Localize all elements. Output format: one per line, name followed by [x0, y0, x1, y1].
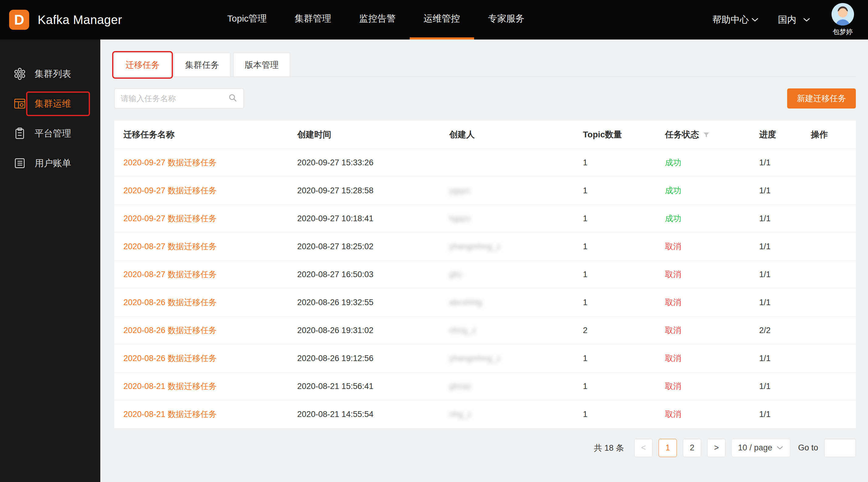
- table-row: 2020-08-26 数据迁移任务 2020-08-26 19:12:56 yh…: [114, 344, 856, 372]
- cell-created: 2020-08-21 14:55:54: [293, 400, 445, 428]
- goto-page-input[interactable]: [824, 439, 856, 457]
- create-migration-task-button[interactable]: 新建迁移任务: [787, 89, 856, 108]
- sidebar-item-label: 用户账单: [34, 156, 72, 171]
- cell-status: 取消: [661, 372, 755, 400]
- tab-label: 迁移任务: [126, 59, 160, 71]
- cell-topics: 1: [579, 149, 661, 176]
- top-nav: Topic管理 集群管理 监控告警 运维管控 专家服务: [213, 0, 538, 39]
- table-row: 2020-08-26 数据迁移任务 2020-08-26 19:31:02 nh…: [114, 316, 856, 344]
- chevron-down-icon: [751, 18, 758, 22]
- cell-creator-redacted: ghnaz: [449, 382, 472, 391]
- task-name-link[interactable]: 2020-08-26 数据迁移任务: [123, 326, 217, 335]
- cell-status: 取消: [661, 400, 755, 428]
- col-operations: 操作: [807, 121, 856, 149]
- kafka-manager-screen: D Kafka Manager Topic管理 集群管理 监控告警 运维管控 专…: [0, 0, 868, 482]
- nav-cluster-manage[interactable]: 集群管理: [281, 0, 345, 39]
- prev-page-button[interactable]: <: [634, 439, 653, 457]
- tab-label: 版本管理: [245, 59, 279, 71]
- col-task-name: 迁移任务名称: [114, 121, 293, 149]
- cell-topics: 1: [579, 400, 661, 428]
- cell-topics: 1: [579, 288, 661, 316]
- page-button-1[interactable]: 1: [659, 439, 677, 457]
- cell-status: 取消: [661, 288, 755, 316]
- tab-migration-tasks[interactable]: 迁移任务: [114, 53, 171, 76]
- task-name-link[interactable]: 2020-08-26 数据迁移任务: [123, 298, 217, 307]
- help-center-label: 帮助中心: [712, 14, 749, 26]
- sidebar-item-platform-manage[interactable]: 平台管理: [0, 119, 100, 148]
- avatar[interactable]: [832, 3, 854, 26]
- page-button-2[interactable]: 2: [683, 439, 701, 457]
- cell-creator-redacted: nhng_z: [449, 326, 476, 335]
- search-icon[interactable]: [228, 93, 237, 104]
- sidebar: 集群列表 集群运维: [0, 39, 100, 482]
- cell-topics: 1: [579, 204, 661, 232]
- table-row: 2020-08-27 数据迁移任务 2020-08-27 16:50:03 gh…: [114, 260, 856, 288]
- sidebar-item-label: 集群运维: [34, 96, 72, 111]
- table-row: 2020-09-27 数据迁移任务 2020-09-27 15:33:26 1 …: [114, 149, 856, 176]
- nav-monitor-alert[interactable]: 监控告警: [345, 0, 410, 39]
- help-center-menu[interactable]: 帮助中心: [712, 14, 758, 26]
- region-menu[interactable]: 国内: [778, 14, 810, 26]
- cell-operations: [807, 149, 856, 176]
- app-title: Kafka Manager: [38, 13, 122, 27]
- task-name-link[interactable]: 2020-08-27 数据迁移任务: [123, 270, 217, 279]
- region-label: 国内: [778, 14, 796, 26]
- user-menu[interactable]: 包梦婷: [832, 3, 854, 36]
- task-name-link[interactable]: 2020-08-21 数据迁移任务: [123, 382, 217, 391]
- cell-operations: [807, 176, 856, 204]
- migration-task-table: 迁移任务名称 创建时间 创建人 Topic数量 任务状态: [114, 121, 856, 428]
- nav-ops-control[interactable]: 运维管控: [410, 0, 474, 39]
- sidebar-item-cluster-ops[interactable]: 集群运维: [0, 89, 100, 119]
- user-billing-icon: [13, 157, 26, 169]
- cell-progress: 1/1: [755, 204, 807, 232]
- search-input[interactable]: [121, 94, 228, 103]
- app-logo-icon[interactable]: D: [9, 10, 29, 30]
- table-row: 2020-09-27 数据迁移任务 2020-09-27 15:28:58 yg…: [114, 176, 856, 204]
- page-size-select[interactable]: 10 / page: [732, 439, 790, 457]
- cell-operations: [807, 260, 856, 288]
- table-row: 2020-08-26 数据迁移任务 2020-08-26 19:32:55 ab…: [114, 288, 856, 316]
- task-name-link[interactable]: 2020-08-21 数据迁移任务: [123, 410, 217, 419]
- task-name-link[interactable]: 2020-09-27 数据迁移任务: [123, 186, 217, 195]
- task-name-link[interactable]: 2020-09-27 数据迁移任务: [123, 158, 217, 167]
- tab-cluster-tasks[interactable]: 集群任务: [174, 53, 230, 76]
- cell-creator-redacted: ghc: [449, 270, 463, 279]
- nav-topic-manage[interactable]: Topic管理: [213, 0, 281, 39]
- cell-operations: [807, 400, 856, 428]
- cell-topics: 1: [579, 260, 661, 288]
- tab-label: 集群任务: [185, 59, 219, 71]
- cell-created: 2020-08-26 19:12:56: [293, 344, 445, 372]
- sidebar-item-cluster-list[interactable]: 集群列表: [0, 59, 100, 89]
- task-name-link[interactable]: 2020-08-26 数据迁移任务: [123, 354, 217, 363]
- search-box[interactable]: [114, 89, 244, 108]
- cell-operations: [807, 316, 856, 344]
- body-row: 集群列表 集群运维: [0, 39, 868, 482]
- col-task-status: 任务状态: [661, 121, 755, 149]
- cluster-ops-icon: [13, 97, 26, 110]
- cell-status: 成功: [661, 176, 755, 204]
- top-right-area: 帮助中心 国内: [712, 3, 854, 36]
- task-name-link[interactable]: 2020-09-27 数据迁移任务: [123, 214, 217, 223]
- task-name-link[interactable]: 2020-08-27 数据迁移任务: [123, 242, 217, 251]
- cell-topics: 1: [579, 176, 661, 204]
- cell-status: 取消: [661, 344, 755, 372]
- cell-operations: [807, 232, 856, 260]
- cell-created: 2020-08-21 15:56:41: [293, 372, 445, 400]
- next-page-button[interactable]: >: [707, 439, 725, 457]
- cell-creator-redacted: abcshhlg: [449, 298, 482, 307]
- cell-status: 取消: [661, 316, 755, 344]
- cell-created: 2020-08-26 19:32:55: [293, 288, 445, 316]
- cell-progress: 2/2: [755, 316, 807, 344]
- filter-icon[interactable]: [703, 131, 710, 138]
- cell-progress: 1/1: [755, 400, 807, 428]
- cell-progress: 1/1: [755, 288, 807, 316]
- table-header-row: 迁移任务名称 创建时间 创建人 Topic数量 任务状态: [114, 121, 856, 149]
- sidebar-item-user-billing[interactable]: 用户账单: [0, 148, 100, 178]
- sidebar-item-label: 集群列表: [34, 67, 72, 82]
- nav-expert-service[interactable]: 专家服务: [474, 0, 538, 39]
- tab-version-manage[interactable]: 版本管理: [234, 53, 290, 76]
- user-name: 包梦婷: [833, 27, 853, 36]
- col-progress: 进度: [755, 121, 807, 149]
- toolbar: 新建迁移任务: [114, 89, 856, 108]
- platform-manage-icon: [13, 127, 26, 140]
